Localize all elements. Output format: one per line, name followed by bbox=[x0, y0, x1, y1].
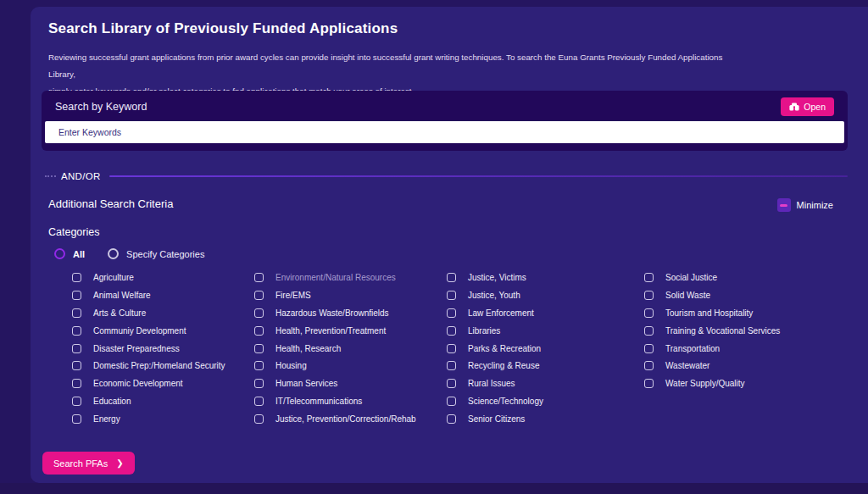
category-row[interactable]: Disaster Preparedness bbox=[72, 340, 252, 358]
category-checkbox[interactable] bbox=[644, 273, 654, 282]
category-row[interactable]: Recycling & Reuse bbox=[447, 357, 642, 375]
radio-all-circle[interactable] bbox=[54, 248, 65, 259]
category-checkbox[interactable] bbox=[72, 379, 81, 388]
category-checkbox[interactable] bbox=[447, 291, 456, 300]
category-checkbox[interactable] bbox=[72, 308, 81, 318]
category-checkbox[interactable] bbox=[254, 361, 264, 370]
category-checkbox[interactable] bbox=[254, 379, 264, 388]
open-button[interactable]: Open bbox=[781, 97, 834, 116]
category-checkbox[interactable] bbox=[72, 361, 81, 370]
category-column-2: Environment/Natural Resources Fire/EMS H… bbox=[254, 269, 444, 428]
category-label: Social Justice bbox=[665, 273, 717, 282]
category-row[interactable]: Training & Vocational Services bbox=[644, 322, 848, 340]
category-label: Recycling & Reuse bbox=[468, 361, 539, 370]
category-checkbox[interactable] bbox=[447, 397, 456, 406]
category-checkbox[interactable] bbox=[447, 379, 456, 388]
category-checkbox[interactable] bbox=[254, 273, 264, 282]
category-row[interactable]: Tourism and Hospitality bbox=[644, 304, 848, 322]
category-checkbox[interactable] bbox=[72, 273, 81, 282]
category-label: Solid Waste bbox=[665, 291, 710, 300]
category-row[interactable]: Wastewater bbox=[644, 357, 848, 375]
categories-heading: Categories bbox=[48, 226, 99, 238]
category-row[interactable]: Law Enforcement bbox=[447, 304, 642, 322]
category-row[interactable]: Transportation bbox=[644, 340, 848, 358]
category-label: Water Supply/Quality bbox=[665, 379, 745, 388]
category-checkbox[interactable] bbox=[72, 344, 81, 353]
category-label: Fire/EMS bbox=[275, 291, 311, 300]
category-checkbox[interactable] bbox=[644, 308, 654, 318]
category-row[interactable]: Domestic Prep:/Homeland Security bbox=[72, 357, 252, 375]
category-label: Rural Issues bbox=[468, 379, 515, 388]
category-row[interactable]: Health, Prevention/Treatment bbox=[254, 322, 444, 340]
category-label: Education bbox=[93, 397, 131, 406]
category-checkbox[interactable] bbox=[254, 414, 264, 424]
divider-dashes bbox=[45, 175, 56, 177]
category-label: Environment/Natural Resources bbox=[275, 273, 396, 282]
category-row[interactable]: Hazardous Waste/Brownfields bbox=[254, 304, 444, 322]
radio-specify-label: Specify Categories bbox=[126, 249, 204, 259]
keyword-input[interactable] bbox=[45, 121, 844, 143]
additional-criteria-title: Additional Search Criteria bbox=[48, 197, 173, 210]
category-row[interactable]: Parks & Recreation bbox=[447, 340, 642, 358]
category-checkbox[interactable] bbox=[644, 291, 654, 300]
category-row[interactable]: Animal Welfare bbox=[72, 286, 252, 304]
category-row[interactable]: Water Supply/Quality bbox=[644, 375, 848, 392]
category-label: Libraries bbox=[468, 326, 500, 336]
category-checkbox[interactable] bbox=[644, 326, 654, 336]
category-row[interactable]: Arts & Culture bbox=[72, 304, 252, 322]
category-checkbox[interactable] bbox=[254, 308, 264, 318]
category-row[interactable]: Libraries bbox=[447, 322, 642, 340]
category-checkbox[interactable] bbox=[447, 273, 456, 282]
category-row[interactable]: Education bbox=[72, 392, 252, 410]
category-checkbox[interactable] bbox=[72, 414, 81, 424]
category-checkbox[interactable] bbox=[447, 326, 456, 336]
category-row[interactable]: Social Justice bbox=[644, 269, 848, 286]
category-row[interactable]: Environment/Natural Resources bbox=[254, 269, 444, 286]
category-row[interactable]: Housing bbox=[254, 357, 444, 375]
category-checkbox[interactable] bbox=[72, 326, 81, 336]
category-checkbox[interactable] bbox=[644, 379, 654, 388]
category-label: Law Enforcement bbox=[468, 308, 534, 318]
radio-all[interactable]: All bbox=[54, 248, 85, 259]
search-pfas-button[interactable]: Search PFAs ❯ bbox=[42, 452, 135, 475]
intro-line-1: Reviewing successful grant applications … bbox=[48, 49, 752, 83]
category-row[interactable]: Senior Citizens bbox=[447, 410, 642, 428]
category-checkbox[interactable] bbox=[447, 344, 456, 353]
radio-specify-circle[interactable] bbox=[108, 248, 119, 259]
category-row[interactable]: Justice, Youth bbox=[447, 286, 642, 304]
category-row[interactable]: Fire/EMS bbox=[254, 286, 444, 304]
radio-specify-categories[interactable]: Specify Categories bbox=[108, 248, 204, 259]
category-checkbox[interactable] bbox=[254, 344, 264, 353]
minimize-button[interactable]: Minimize bbox=[777, 198, 833, 212]
category-checkbox[interactable] bbox=[447, 361, 456, 370]
minimize-icon bbox=[777, 198, 791, 212]
category-checkbox[interactable] bbox=[254, 291, 264, 300]
category-label: Agriculture bbox=[93, 273, 134, 282]
category-checkbox[interactable] bbox=[72, 291, 81, 300]
category-row[interactable]: IT/Telecommunications bbox=[254, 392, 444, 410]
category-row[interactable]: Science/Technology bbox=[447, 392, 642, 410]
category-row[interactable]: Human Services bbox=[254, 375, 444, 392]
category-row[interactable]: Justice, Prevention/Correction/Rehab bbox=[254, 410, 444, 428]
category-row[interactable]: Health, Research bbox=[254, 340, 444, 358]
category-label: Senior Citizens bbox=[468, 414, 525, 424]
category-row[interactable]: Agriculture bbox=[72, 269, 252, 286]
category-row[interactable]: Economic Development bbox=[72, 375, 252, 392]
category-label: Housing bbox=[275, 361, 307, 370]
category-checkbox[interactable] bbox=[72, 397, 81, 406]
category-checkbox[interactable] bbox=[644, 361, 654, 370]
category-checkbox[interactable] bbox=[254, 326, 264, 336]
category-label: Parks & Recreation bbox=[468, 344, 541, 353]
keyword-panel-header: Search by Keyword Open bbox=[45, 96, 844, 121]
category-checkbox[interactable] bbox=[644, 344, 654, 353]
category-checkbox[interactable] bbox=[447, 308, 456, 318]
category-row[interactable]: Communiy Development bbox=[72, 322, 252, 340]
category-row[interactable]: Justice, Victims bbox=[447, 269, 642, 286]
category-row[interactable]: Solid Waste bbox=[644, 286, 848, 304]
category-checkbox[interactable] bbox=[447, 414, 456, 424]
category-checkbox[interactable] bbox=[254, 397, 264, 406]
open-button-label: Open bbox=[804, 102, 826, 112]
category-row[interactable]: Energy bbox=[72, 410, 252, 428]
category-row[interactable]: Rural Issues bbox=[447, 375, 642, 392]
category-label: Health, Research bbox=[275, 344, 341, 353]
